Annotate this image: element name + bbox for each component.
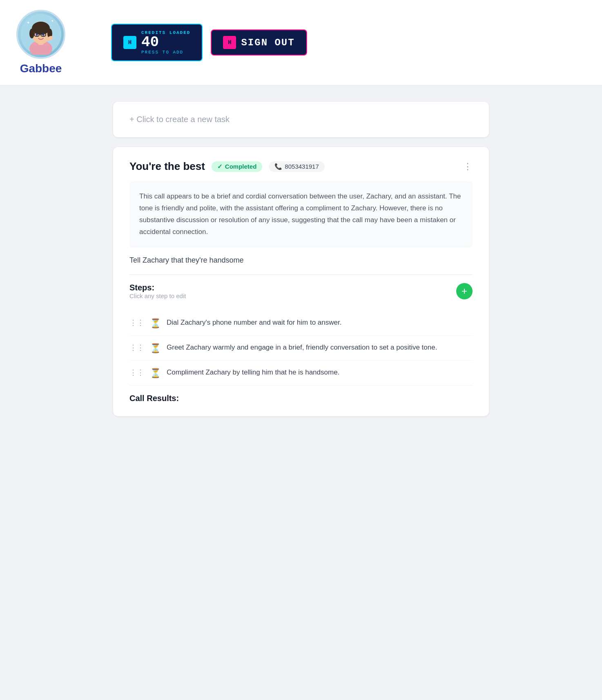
avatar-illustration: ✦ ✦ ✦	[20, 14, 61, 55]
step-status-icon: ⏳	[150, 368, 161, 379]
username: Gabbee	[20, 62, 62, 75]
credits-icon: H	[123, 36, 136, 49]
main-content: + Click to create a new task You're the …	[105, 102, 497, 416]
header-actions: H CREDITS LOADED 40 PRESS TO ADD H SIGN …	[111, 24, 586, 61]
steps-header-left: Steps: Click any step to edit	[129, 283, 186, 308]
svg-point-10	[36, 34, 38, 36]
task-instruction: Tell Zachary that they're handsome	[129, 256, 473, 265]
svg-point-5	[29, 29, 34, 38]
call-results-title: Call Results:	[129, 394, 473, 403]
task-title: You're the best	[129, 160, 205, 173]
drag-handle-icon: ⋮⋮	[129, 368, 144, 377]
create-task-text: + Click to create a new task	[129, 115, 230, 124]
svg-text:✦: ✦	[27, 20, 30, 25]
svg-text:✦: ✦	[51, 19, 54, 23]
status-badge: ✓ Completed	[212, 161, 263, 172]
step-item[interactable]: ⋮⋮ ⏳ Dial Zachary's phone number and wai…	[129, 311, 473, 336]
task-header: You're the best ✓ Completed 📞 8053431917…	[129, 160, 473, 173]
drag-handle-icon: ⋮⋮	[129, 318, 144, 327]
check-icon: ✓	[217, 163, 223, 170]
divider	[129, 274, 473, 275]
svg-point-11	[42, 34, 45, 36]
steps-title: Steps:	[129, 283, 186, 292]
drag-handle-icon: ⋮⋮	[129, 343, 144, 352]
add-step-button[interactable]: +	[456, 283, 473, 299]
svg-text:✦: ✦	[53, 28, 55, 31]
avatar: ✦ ✦ ✦	[16, 10, 65, 59]
step-status-icon: ⏳	[150, 343, 161, 354]
step-text: Compliment Zachary by telling him that h…	[167, 367, 339, 378]
step-text: Greet Zachary warmly and engage in a bri…	[167, 342, 437, 353]
phone-icon: 📞	[274, 163, 282, 170]
header: ✦ ✦ ✦ Gabbee H CREDITS LOADED 40 PRESS T…	[0, 0, 602, 85]
more-options-button[interactable]: ⋮	[463, 161, 473, 172]
phone-badge: 📞 8053431917	[269, 161, 324, 172]
step-item[interactable]: ⋮⋮ ⏳ Compliment Zachary by telling him t…	[129, 361, 473, 386]
steps-header: Steps: Click any step to edit +	[129, 283, 473, 308]
step-item[interactable]: ⋮⋮ ⏳ Greet Zachary warmly and engage in …	[129, 336, 473, 361]
user-profile: ✦ ✦ ✦ Gabbee	[16, 10, 65, 75]
steps-list: ⋮⋮ ⏳ Dial Zachary's phone number and wai…	[129, 311, 473, 386]
credits-badge[interactable]: H CREDITS LOADED 40 PRESS TO ADD	[111, 24, 203, 61]
step-text: Dial Zachary's phone number and wait for…	[167, 317, 341, 328]
step-status-icon: ⏳	[150, 318, 161, 329]
credits-sub-label: PRESS TO ADD	[141, 50, 190, 55]
sign-out-icon: H	[223, 36, 236, 49]
task-card: You're the best ✓ Completed 📞 8053431917…	[113, 147, 489, 416]
call-summary: This call appears to be a brief and cord…	[129, 181, 473, 248]
steps-hint: Click any step to edit	[129, 292, 186, 299]
svg-point-4	[32, 22, 50, 35]
credits-text: CREDITS LOADED 40 PRESS TO ADD	[141, 30, 190, 55]
credits-amount: 40	[141, 35, 190, 50]
create-task-card[interactable]: + Click to create a new task	[113, 102, 489, 137]
sign-out-button[interactable]: H SIGN OUT	[211, 29, 307, 56]
sign-out-label: SIGN OUT	[241, 37, 294, 48]
